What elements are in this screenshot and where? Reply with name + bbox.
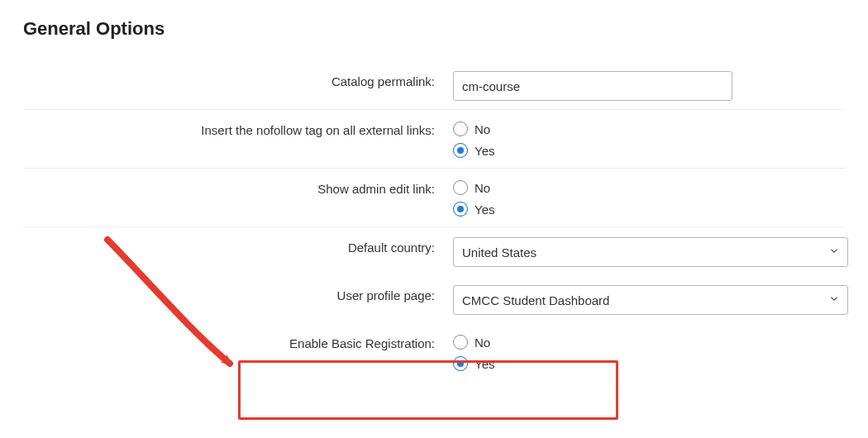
- row-basic-registration: Enable Basic Registration: No Yes: [23, 323, 845, 381]
- radio-label-adminlink-yes: Yes: [475, 202, 494, 217]
- label-basic-registration: Enable Basic Registration:: [23, 331, 453, 350]
- radio-adminlink-yes[interactable]: [453, 202, 468, 217]
- row-adminlink: Show admin edit link: No Yes: [23, 169, 845, 227]
- default-country-value: United States: [462, 245, 537, 259]
- section-heading: General Options: [23, 18, 845, 40]
- row-nofollow: Insert the nofollow tag on all external …: [23, 110, 845, 169]
- radio-label-nofollow-no: No: [475, 122, 490, 136]
- label-nofollow: Insert the nofollow tag on all external …: [23, 118, 453, 137]
- label-default-country: Default country:: [23, 236, 453, 255]
- radio-label-basicreg-no: No: [475, 336, 490, 350]
- default-country-select[interactable]: United States: [453, 237, 848, 267]
- radio-nofollow-yes[interactable]: [453, 143, 468, 158]
- radio-label-basicreg-yes: Yes: [475, 357, 494, 371]
- label-adminlink: Show admin edit link:: [23, 177, 453, 196]
- settings-rows: Catalog permalink: Insert the nofollow t…: [23, 61, 845, 381]
- radio-nofollow-no[interactable]: [453, 121, 468, 136]
- radio-basicreg-yes[interactable]: [453, 356, 468, 371]
- radio-basicreg-no[interactable]: [453, 335, 468, 350]
- row-catalog-permalink: Catalog permalink:: [23, 61, 845, 110]
- radio-label-nofollow-yes: Yes: [475, 144, 494, 158]
- profile-page-value: CMCC Student Dashboard: [462, 293, 609, 307]
- profile-page-select[interactable]: CMCC Student Dashboard: [453, 285, 848, 315]
- radio-label-adminlink-no: No: [475, 181, 490, 195]
- row-default-country: Default country: United States: [23, 227, 845, 275]
- radio-adminlink-no[interactable]: [453, 180, 468, 195]
- row-profile-page: User profile page: CMCC Student Dashboar…: [23, 275, 845, 323]
- label-profile-page: User profile page:: [23, 283, 453, 302]
- label-catalog-permalink: Catalog permalink:: [23, 69, 453, 88]
- catalog-permalink-input[interactable]: [453, 71, 732, 101]
